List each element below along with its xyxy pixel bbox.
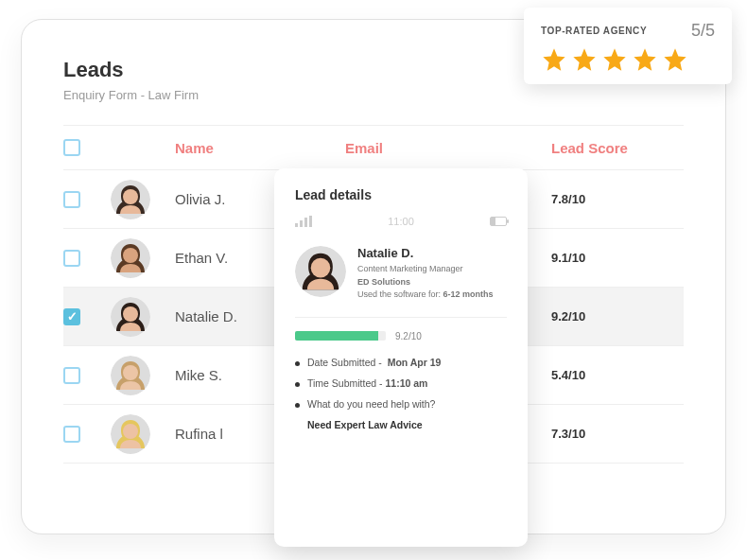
- row-checkbox[interactable]: [63, 367, 80, 384]
- table-header: Name Email Lead Score: [63, 125, 684, 170]
- svg-point-7: [123, 365, 138, 380]
- star-icon: [571, 46, 598, 73]
- svg-point-9: [123, 424, 138, 439]
- detail-role: Content Marketing Manager: [357, 263, 494, 276]
- star-icon: [632, 46, 658, 73]
- star-icon: [662, 46, 688, 73]
- lead-detail-card: Lead details 11:00 Natalie D. Content Ma…: [274, 168, 528, 547]
- detail-used-label: Used the software for:: [357, 289, 441, 299]
- detail-date-value: Mon Apr 19: [388, 357, 442, 368]
- detail-time-value: 11:10 am: [385, 377, 427, 389]
- star-icon: [601, 46, 628, 73]
- svg-point-1: [123, 189, 138, 204]
- avatar: [111, 238, 150, 278]
- rating-label: TOP-RATED AGENCY: [541, 26, 647, 36]
- row-checkbox[interactable]: [63, 308, 80, 325]
- rating-stars: [541, 46, 715, 73]
- battery-icon: [490, 217, 507, 226]
- detail-heading: Lead details: [295, 187, 507, 202]
- avatar: [111, 356, 150, 395]
- page-subtitle: Enquiry Form - Law Firm: [63, 88, 684, 102]
- avatar: [111, 297, 150, 337]
- star-icon: [541, 46, 567, 73]
- row-checkbox[interactable]: [63, 426, 80, 443]
- row-score: 5.4/10: [551, 368, 684, 382]
- column-score[interactable]: Lead Score: [551, 140, 684, 156]
- column-name[interactable]: Name: [175, 140, 345, 156]
- detail-time-label: Time Submitted -: [307, 377, 383, 389]
- detail-used-value: 6-12 months: [443, 289, 494, 299]
- detail-help-question: What do you need help with?: [307, 398, 435, 410]
- detail-date-label: Date Submitted -: [307, 357, 382, 368]
- rating-score: 5/5: [691, 21, 715, 41]
- avatar: [111, 180, 150, 219]
- row-score: 9.2/10: [551, 309, 684, 324]
- svg-point-11: [311, 258, 331, 278]
- detail-clock: 11:00: [388, 216, 414, 227]
- svg-point-3: [123, 248, 138, 263]
- rating-card: TOP-RATED AGENCY 5/5: [524, 8, 732, 84]
- avatar: [111, 414, 150, 454]
- detail-help-answer: Need Expert Law Advice: [307, 419, 507, 430]
- row-checkbox[interactable]: [63, 250, 80, 267]
- row-checkbox[interactable]: [63, 191, 80, 208]
- select-all-checkbox[interactable]: [63, 139, 80, 156]
- signal-icon: [295, 216, 312, 227]
- column-email[interactable]: Email: [345, 140, 551, 156]
- detail-avatar: [295, 246, 346, 297]
- row-score: 7.8/10: [551, 192, 684, 206]
- detail-name: Natalie D.: [357, 246, 494, 260]
- row-score: 9.1/10: [551, 251, 684, 265]
- score-progress: [295, 331, 386, 341]
- score-progress-label: 9.2/10: [395, 331, 422, 341]
- row-score: 7.3/10: [551, 427, 684, 441]
- detail-company: ED Solutions: [357, 277, 410, 287]
- svg-point-5: [123, 306, 138, 322]
